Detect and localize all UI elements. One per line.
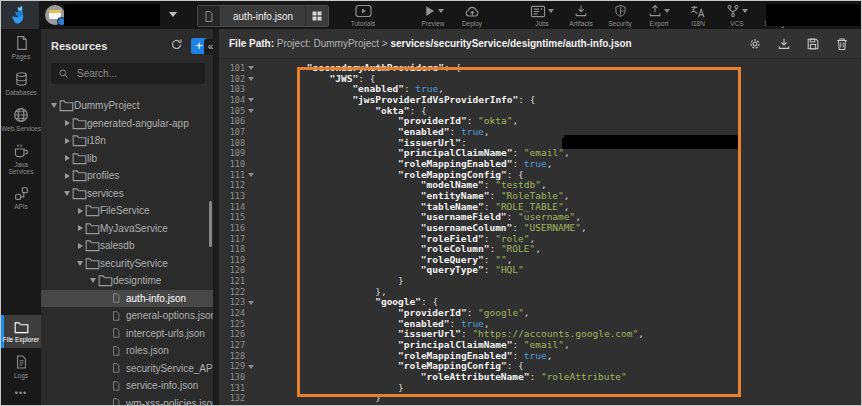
fold-arrow-icon[interactable] — [245, 63, 256, 74]
tree-item-roles-json[interactable]: roles.json — [41, 342, 213, 360]
project-switcher-chevron-icon[interactable] — [169, 12, 177, 17]
tree-caret-icon[interactable] — [62, 173, 72, 179]
toolbar-export-button[interactable]: Export — [642, 3, 676, 27]
tree-item-wm-xss-policies-json[interactable]: wm-xss-policies.json — [41, 395, 213, 406]
sidebar-item-apis[interactable]: APIs — [1, 180, 41, 215]
fold-arrow-icon[interactable] — [245, 170, 256, 181]
project-avatar[interactable] — [45, 5, 65, 25]
tree-item-i18n[interactable]: i18n — [41, 132, 213, 150]
toolbar-tutorials-button[interactable]: Tutorials — [346, 3, 380, 27]
export-icon — [648, 4, 662, 18]
tree-caret-icon[interactable] — [75, 243, 85, 249]
file-icon — [111, 397, 126, 405]
left-sidebar: PagesDatabasesWeb ServicesJava ServicesA… — [1, 29, 41, 405]
refresh-icon[interactable] — [170, 37, 183, 55]
tree-item-label: auth-info.json — [126, 293, 186, 304]
search-input[interactable] — [75, 67, 198, 80]
tree-caret-icon[interactable] — [88, 278, 98, 283]
toolbar-label: Jobs — [535, 20, 549, 27]
tree-item-securityservice[interactable]: securityService — [41, 255, 213, 273]
tree-item-service-info-json[interactable]: service-info.json — [41, 377, 213, 395]
line-number: 124 — [219, 308, 245, 319]
fold-arrow-icon[interactable] — [245, 361, 256, 372]
line-number: 129 — [219, 361, 245, 372]
tree-item-lib[interactable]: lib — [41, 150, 213, 168]
shield-icon — [614, 4, 627, 18]
tree-caret-icon[interactable] — [62, 155, 72, 161]
wavemaker-logo[interactable] — [1, 1, 39, 29]
sidebar-item-label: Web Services — [1, 125, 41, 132]
toolbar-vcs-button[interactable]: VCS — [720, 3, 754, 27]
tree-item-intercept-urls-json[interactable]: intercept-urls.json — [41, 325, 213, 343]
tree-item-designtime[interactable]: designtime — [41, 272, 213, 290]
tab-auth-info-json[interactable]: auth-info.json — [221, 6, 305, 26]
save-file-icon[interactable] — [806, 37, 820, 51]
line-number: 112 — [219, 180, 245, 191]
tree-item-myjavaservice[interactable]: MyJavaService — [41, 220, 213, 238]
tree-item-services[interactable]: services — [41, 185, 213, 203]
delete-file-icon[interactable] — [835, 37, 849, 51]
tree-item-label: intercept-urls.json — [126, 328, 205, 339]
collapse-panel-button[interactable]: « — [204, 39, 217, 55]
toolbar-artifacts-button[interactable]: Artifacts — [564, 3, 598, 27]
download-file-icon[interactable] — [777, 37, 791, 51]
tree-item-general-options-json[interactable]: general-options.json — [41, 307, 213, 325]
tree-item-label: securityService_API.js — [126, 363, 213, 374]
sidebar-item-file-explorer[interactable]: File Explorer — [1, 315, 41, 348]
tree-caret-icon[interactable] — [75, 261, 85, 266]
file-icon — [111, 362, 126, 374]
chevron-down-icon[interactable] — [742, 9, 748, 13]
grid-view-icon[interactable] — [305, 6, 328, 26]
tree-item-fileservice[interactable]: FileService — [41, 202, 213, 220]
folder-icon — [72, 134, 87, 147]
tree-item-auth-info-json[interactable]: auth-info.json — [41, 290, 213, 308]
line-number: 101 — [219, 63, 245, 74]
tree-caret-icon[interactable] — [49, 103, 59, 108]
tree-scrollbar-thumb[interactable] — [209, 201, 212, 247]
tree-caret-icon[interactable] — [75, 225, 85, 231]
code-line-103: 103"enabled": true, — [219, 84, 861, 95]
tree-item-dummyproject[interactable]: DummyProject — [41, 97, 213, 115]
fold-arrow-icon[interactable] — [245, 106, 256, 117]
globe-icon — [13, 107, 29, 123]
toolbar-jobs-button[interactable]: Jobs — [525, 3, 559, 27]
wavemaker-studio-window: { "topbar": { "tab": {"file_label": "aut… — [0, 0, 862, 406]
wavemaker-logo-icon — [9, 4, 31, 26]
toolbar-security-button[interactable]: Security — [603, 3, 637, 27]
folder-icon — [85, 239, 100, 252]
sidebar-item-pages[interactable]: Pages — [1, 29, 41, 65]
file-icon[interactable] — [198, 6, 221, 26]
settings-gear-icon[interactable] — [748, 37, 762, 51]
tree-item-securityservice-api-js[interactable]: securityService_API.js — [41, 360, 213, 378]
sidebar-more-button[interactable]: ••• — [1, 384, 41, 405]
tree-item-label: roles.json — [126, 345, 169, 356]
sidebar-item-logs[interactable]: Logs — [1, 348, 41, 384]
sidebar-item-web-services[interactable]: Web Services — [1, 101, 41, 137]
tree-caret-icon[interactable] — [75, 208, 85, 214]
sidebar-item-java-services[interactable]: Java Services — [1, 137, 41, 180]
tree-item-profiles[interactable]: profiles — [41, 167, 213, 185]
fold-arrow-icon[interactable] — [245, 95, 256, 106]
tree-caret-icon[interactable] — [62, 191, 72, 196]
tree-caret-icon[interactable] — [62, 138, 72, 144]
fold-arrow-icon[interactable] — [245, 297, 256, 308]
line-number: 119 — [219, 255, 245, 266]
tree-item-generated-angular-app[interactable]: generated-angular-app — [41, 115, 213, 133]
toolbar-deploy-button[interactable]: Deploy — [455, 3, 489, 27]
tree-item-salesdb[interactable]: salesdb — [41, 237, 213, 255]
tree-item-label: securityService — [100, 258, 168, 269]
code-line-101: 101"secondaryAuthProviders": { — [219, 63, 861, 74]
toolbar-preview-button[interactable]: Preview — [416, 3, 450, 27]
code-editor[interactable]: 101"secondaryAuthProviders": {102"JWS": … — [219, 59, 861, 405]
i18n-icon — [690, 5, 706, 18]
sidebar-item-databases[interactable]: Databases — [1, 65, 41, 101]
tree-caret-icon[interactable] — [62, 120, 72, 126]
fold-arrow-icon[interactable] — [245, 74, 256, 85]
fold-gutter — [245, 276, 256, 287]
chevron-down-icon[interactable] — [664, 9, 670, 13]
toolbar-i18n-button[interactable]: I18N — [681, 3, 715, 27]
chevron-down-icon[interactable] — [548, 9, 554, 13]
fold-gutter — [245, 265, 256, 276]
folder-icon — [85, 204, 100, 217]
chevron-down-icon[interactable] — [438, 9, 444, 13]
